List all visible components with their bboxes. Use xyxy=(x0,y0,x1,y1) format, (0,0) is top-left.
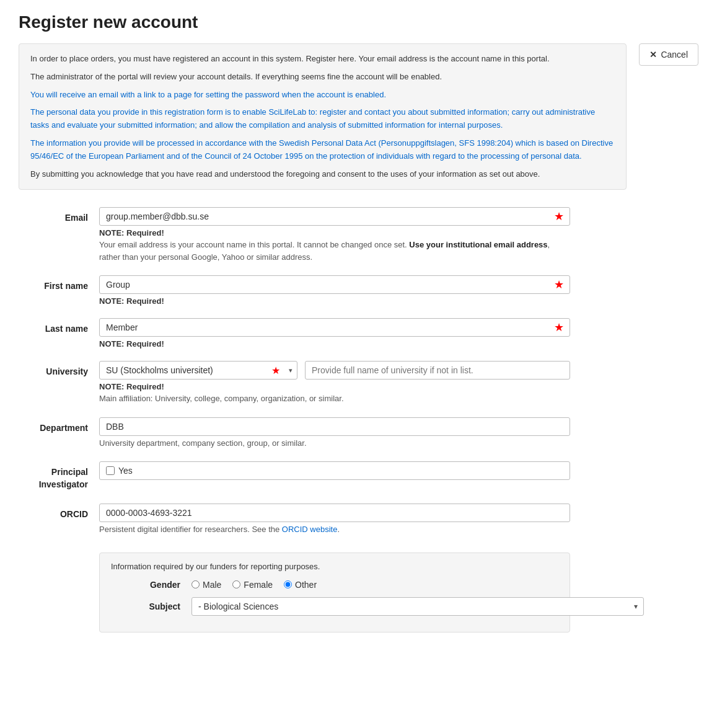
gender-row: Gender Male Female Other xyxy=(111,580,558,590)
funder-section-row: Information required by our funders for … xyxy=(19,546,698,633)
pi-row: Principal Investigator Yes xyxy=(19,461,698,491)
gender-options: Male Female Other xyxy=(191,580,317,590)
subject-select-wrapper: - Biological Sciences - Chemical Science… xyxy=(191,597,644,616)
cancel-button[interactable]: ✕ Cancel xyxy=(639,43,698,66)
university-row: University SU (Stockholms universitet) K… xyxy=(19,361,698,405)
funder-box: Information required by our funders for … xyxy=(99,553,570,633)
email-note-text: Your email address is your account name … xyxy=(99,239,570,263)
first-name-input[interactable] xyxy=(99,275,570,294)
pi-content: Yes xyxy=(99,461,570,480)
info-line-2: The administrator of the portal will rev… xyxy=(30,71,615,84)
info-line-3: You will receive an email with a link to… xyxy=(30,89,615,102)
university-select[interactable]: SU (Stockholms universitet) KTH KI (Karo… xyxy=(99,361,297,380)
registration-form: Email ★ NOTE: Required! Your email addre… xyxy=(19,207,698,632)
subject-select[interactable]: - Biological Sciences - Chemical Science… xyxy=(191,597,644,616)
info-line-6: By submitting you acknowledge that you h… xyxy=(30,168,615,181)
email-input-wrapper: ★ xyxy=(99,207,570,226)
email-input[interactable] xyxy=(99,207,570,226)
last-name-label: Last name xyxy=(19,318,99,335)
gender-male-radio[interactable] xyxy=(191,580,200,588)
last-name-content: ★ NOTE: Required! xyxy=(99,318,570,348)
first-name-note-required: NOTE: Required! xyxy=(99,296,570,306)
cancel-icon: ✕ xyxy=(649,50,657,60)
university-select-wrapper: SU (Stockholms universitet) KTH KI (Karo… xyxy=(99,361,297,380)
orcid-note: Persistent digital identifier for resear… xyxy=(99,525,570,534)
gender-other-label: Other xyxy=(295,580,317,590)
pi-checkbox[interactable] xyxy=(106,466,115,475)
first-name-label: First name xyxy=(19,275,99,293)
gender-other-radio[interactable] xyxy=(284,580,292,588)
email-required-star: ★ xyxy=(554,210,564,223)
orcid-link[interactable]: ORCID website xyxy=(282,525,338,534)
info-line-5: The information you provide will be proc… xyxy=(30,137,615,163)
gender-other-option[interactable]: Other xyxy=(284,580,317,590)
university-inputs: SU (Stockholms universitet) KTH KI (Karo… xyxy=(99,361,570,380)
university-note-required: NOTE: Required! xyxy=(99,382,570,391)
orcid-label: ORCID xyxy=(19,504,99,521)
university-content: SU (Stockholms universitet) KTH KI (Karo… xyxy=(99,361,570,405)
gender-female-option[interactable]: Female xyxy=(232,580,273,590)
info-line-1: In order to place orders, you must have … xyxy=(30,53,615,66)
last-name-row: Last name ★ NOTE: Required! xyxy=(19,318,698,348)
email-content: ★ NOTE: Required! Your email address is … xyxy=(99,207,570,263)
orcid-content: Persistent digital identifier for resear… xyxy=(99,504,570,534)
last-name-input[interactable] xyxy=(99,318,570,337)
first-name-input-wrapper: ★ xyxy=(99,275,570,294)
department-row: Department University department, compan… xyxy=(19,417,698,450)
pi-checkbox-wrapper: Yes xyxy=(99,461,570,480)
last-name-note-required: NOTE: Required! xyxy=(99,339,570,348)
info-box: In order to place orders, you must have … xyxy=(19,43,627,190)
last-name-input-wrapper: ★ xyxy=(99,318,570,337)
page-title: Register new account xyxy=(19,12,698,32)
email-label: Email xyxy=(19,207,99,224)
department-label: Department xyxy=(19,417,99,435)
first-name-required-star: ★ xyxy=(554,278,564,291)
pi-label: Principal Investigator xyxy=(19,461,99,491)
university-note-text: Main affiliation: University, college, c… xyxy=(99,393,570,405)
gender-female-label: Female xyxy=(244,580,273,590)
cancel-label: Cancel xyxy=(661,50,688,60)
gender-male-label: Male xyxy=(203,580,221,590)
department-note-text: University department, company section, … xyxy=(99,437,570,450)
orcid-input[interactable] xyxy=(99,504,570,522)
funder-title: Information required by our funders for … xyxy=(111,562,558,571)
subject-label: Subject xyxy=(111,601,191,611)
subject-row: Subject - Biological Sciences - Chemical… xyxy=(111,597,558,616)
university-other-input[interactable] xyxy=(305,361,570,380)
pi-checkbox-label[interactable]: Yes xyxy=(118,466,133,476)
email-note-required: NOTE: Required! xyxy=(99,228,570,237)
info-line-4: The personal data you provide in this re… xyxy=(30,106,615,132)
funder-section-content: Information required by our funders for … xyxy=(99,546,570,633)
gender-label: Gender xyxy=(111,580,191,590)
orcid-row: ORCID Persistent digital identifier for … xyxy=(19,504,698,534)
gender-female-radio[interactable] xyxy=(232,580,240,588)
department-content: University department, company section, … xyxy=(99,417,570,450)
department-input[interactable] xyxy=(99,417,570,436)
last-name-required-star: ★ xyxy=(554,321,564,334)
email-row: Email ★ NOTE: Required! Your email addre… xyxy=(19,207,698,263)
university-label: University xyxy=(19,361,99,378)
first-name-content: ★ NOTE: Required! xyxy=(99,275,570,306)
gender-male-option[interactable]: Male xyxy=(191,580,221,590)
first-name-row: First name ★ NOTE: Required! xyxy=(19,275,698,306)
